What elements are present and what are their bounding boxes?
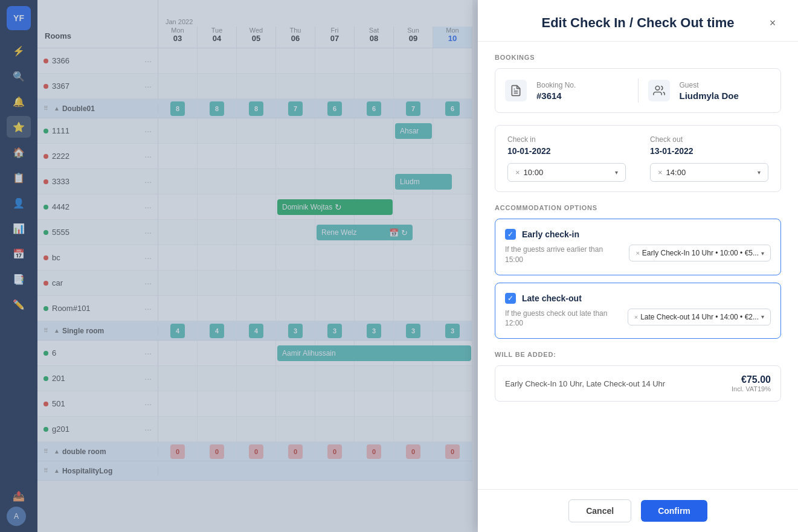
checkin-time-select[interactable]: × 10:00 ▾ [507, 163, 626, 182]
checkout-date: 13-01-2022 [650, 146, 768, 156]
late-checkout-desc: If the guests check out late than 12:00 [505, 309, 618, 329]
booking-divider [638, 79, 639, 103]
checkmark-icon: ✓ [507, 294, 513, 303]
late-checkout-title: Late check-out [522, 293, 582, 303]
early-checkin-checkbox[interactable]: ✓ [505, 229, 516, 240]
modal-header: Edit Check In / Check Out time × [478, 0, 798, 42]
late-checkout-clear[interactable]: × [634, 313, 638, 321]
checkmark-icon: ✓ [507, 230, 513, 239]
early-checkin-card: ✓ Early check-in If the guests arrive ea… [495, 219, 781, 275]
early-checkin-select[interactable]: × Early Check-In 10 Uhr • 10:00 • €5... … [629, 245, 771, 261]
guest-info: Guest Liudmyla Doe [680, 81, 771, 101]
booking-card: Booking No. #3614 Guest Liudmyla Doe [495, 68, 781, 113]
modal-body: BOOKINGS Booking No. #3614 [478, 42, 798, 489]
close-button[interactable]: × [764, 14, 781, 31]
will-be-added-right: €75.00 Incl. VAT19% [732, 374, 771, 393]
late-checkout-select[interactable]: × Late Check-out 14 Uhr • 14:00 • €2... … [628, 309, 771, 325]
checkout-time-chevron-icon: ▾ [758, 169, 761, 176]
early-checkin-option: Early Check-In 10 Uhr • 10:00 • €5... [642, 249, 759, 257]
checkin-date: 10-01-2022 [507, 146, 626, 156]
cancel-button[interactable]: Cancel [568, 499, 631, 522]
will-be-added-price: €75.00 [732, 374, 771, 385]
confirm-button[interactable]: Confirm [641, 500, 707, 522]
bookings-section-label: BOOKINGS [495, 54, 781, 61]
early-checkin-title: Early check-in [522, 229, 579, 239]
modal-title: Edit Check In / Check Out time [512, 15, 764, 31]
checkout-time-clear[interactable]: × [658, 168, 663, 177]
checkout-time-value: 14:00 [666, 168, 686, 177]
checkin-time-chevron-icon: ▾ [615, 169, 618, 176]
booking-info: Booking No. #3614 [536, 81, 628, 101]
late-checkout-checkbox[interactable]: ✓ [505, 293, 516, 304]
checkin-item: Check in 10-01-2022 × 10:00 ▾ [507, 135, 626, 182]
early-checkin-clear[interactable]: × [636, 249, 639, 257]
modal-footer: Cancel Confirm [478, 489, 798, 532]
accommodation-section: ACCOMMODATION OPTIONS ✓ Early check-in I… [495, 204, 781, 339]
booking-no-label: Booking No. [536, 81, 628, 89]
booking-no-value: #3614 [536, 91, 628, 101]
svg-point-2 [655, 86, 660, 91]
guest-name: Liudmyla Doe [680, 91, 771, 101]
checkin-label: Check in [507, 135, 626, 144]
checkinout-section: Check in 10-01-2022 × 10:00 ▾ Check out … [495, 125, 781, 192]
early-checkin-desc: If the guests arrive earlier than 15:00 [505, 245, 619, 265]
early-checkin-chevron-icon: ▾ [761, 250, 764, 257]
checkout-item: Check out 13-01-2022 × 14:00 ▾ [650, 135, 768, 182]
late-checkout-chevron-icon: ▾ [761, 313, 764, 320]
early-checkin-header: ✓ Early check-in [505, 229, 771, 240]
checkin-time-value: 10:00 [524, 168, 544, 177]
will-be-added-vat: Incl. VAT19% [732, 385, 771, 393]
late-checkout-body: If the guests check out late than 12:00 … [505, 309, 771, 329]
will-be-added-label: WILL BE ADDED: [495, 351, 781, 358]
late-checkout-header: ✓ Late check-out [505, 293, 771, 304]
document-icon [505, 80, 527, 101]
guest-icon [648, 80, 670, 101]
guest-label: Guest [680, 81, 771, 89]
will-be-added-text: Early Check-In 10 Uhr, Late Check-out 14… [505, 379, 665, 388]
edit-checkin-checkout-modal: Edit Check In / Check Out time × BOOKING… [478, 0, 798, 532]
late-checkout-card: ✓ Late check-out If the guests check out… [495, 283, 781, 339]
will-be-added-card: Early Check-In 10 Uhr, Late Check-out 14… [495, 365, 781, 402]
accommodation-section-label: ACCOMMODATION OPTIONS [495, 204, 781, 211]
late-checkout-option: Late Check-out 14 Uhr • 14:00 • €2... [640, 313, 759, 321]
checkout-time-select[interactable]: × 14:00 ▾ [650, 163, 768, 182]
checkout-label: Check out [650, 135, 768, 144]
early-checkin-body: If the guests arrive earlier than 15:00 … [505, 245, 771, 265]
checkinout-row: Check in 10-01-2022 × 10:00 ▾ Check out … [507, 135, 768, 182]
checkin-time-clear[interactable]: × [515, 168, 520, 177]
